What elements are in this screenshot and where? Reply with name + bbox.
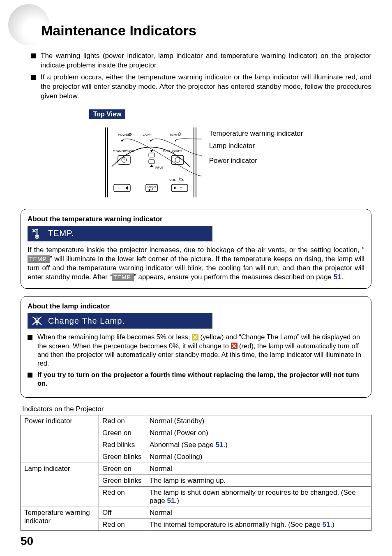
lamp-bullet-text: When the remaining lamp life becomes 5% … [37,333,364,368]
svg-marker-36 [148,189,150,191]
lamp-box-heading: About the lamp indicator [28,302,364,310]
svg-text:VOL: VOL [169,178,176,182]
svg-rect-37 [36,229,38,235]
temp-chip-icon: TEMP. [28,255,50,263]
svg-rect-20 [149,153,154,157]
table-cell-desc: Normal [146,463,371,475]
square-bullet-icon [28,373,32,378]
temp-para-text: ” appears, ensure you perform the measur… [134,273,334,281]
top-view-diagram: POWER LAMP TEMP. STANDBY/ON ECO+QUIET [89,119,204,202]
table-cell-state: Green blinks [99,475,146,486]
diagram-callouts: Temperature warning indicator Lamp indic… [209,119,303,166]
page-ref-link[interactable]: 51 [167,497,175,505]
svg-text:ENTER: ENTER [148,185,156,188]
lamp-bullet-item: When the remaining lamp life becomes 5% … [28,333,364,368]
svg-rect-18 [171,155,184,164]
top-view-label: Top View [89,109,126,119]
svg-text:ECO+QUIET: ECO+QUIET [163,149,182,153]
svg-marker-26 [180,178,184,180]
square-bullet-icon [28,335,32,340]
table-cell-state: Red on [99,486,146,507]
intro-item: The warning lights (power indicator, lam… [31,51,371,70]
temp-para-text: If the temperature inside the projector … [28,246,364,254]
lamp-x-icon [32,315,42,326]
callout-lamp: Lamp indicator [209,142,303,150]
callout-temp: Temperature warning indicator [209,130,303,138]
svg-text:INPUT: INPUT [155,166,164,169]
table-cell-desc: Normal (Standby) [146,415,371,427]
table-cell-indicator: Power indicator [21,415,99,463]
callout-power: Power indicator [209,157,303,165]
table-cell-desc: Normal (Power on) [146,427,371,439]
svg-text:STANDBY/ON: STANDBY/ON [113,149,134,153]
svg-point-19 [175,158,180,162]
svg-rect-22 [149,160,154,164]
svg-rect-43 [36,322,38,324]
temp-paragraph: If the temperature inside the projector … [28,246,364,282]
table-cell-desc: Normal [146,507,371,519]
indicators-table: Power indicatorRed onNormal (Standby)Gre… [21,415,371,531]
title-rule [21,43,371,43]
page-title: Maintenance Indicators [41,23,371,39]
table-cell-state: Red blinks [99,439,146,451]
temp-para-text: . [341,273,344,281]
square-bullet-icon [31,53,36,58]
svg-point-12 [175,140,176,141]
table-cell-desc: The lamp is warming up. [146,475,371,486]
table-cell-desc: Normal (Cooling) [146,451,371,463]
svg-marker-23 [150,164,153,167]
svg-text:LAMP: LAMP [143,133,152,137]
red-x-icon [231,343,238,349]
table-cell-indicator: Lamp indicator [21,463,99,507]
temp-osd-banner: TEMP. [28,226,212,241]
svg-point-11 [150,140,152,141]
temp-osd-text: TEMP. [48,229,74,238]
svg-point-10 [121,140,123,141]
table-cell-indicator: Temperature warning indicator [21,507,99,531]
svg-text:−: − [118,185,121,191]
table-cell-state: Green on [99,427,146,439]
svg-text:TEMP.: TEMP. [169,133,179,137]
table-cell-state: Off [99,507,146,519]
lamp-osd-text: Change The Lamp. [48,316,125,326]
page-ref-link[interactable]: 51 [216,441,224,449]
lamp-bullet-bold: If you try to turn on the projector a fo… [37,371,364,388]
lamp-bullet-item: If you try to turn on the projector a fo… [28,371,364,388]
intro-text: If a problem occurs, either the temperat… [41,73,371,101]
svg-text:POWER: POWER [118,133,130,137]
lamp-bullet-list: When the remaining lamp life becomes 5% … [28,333,364,388]
table-row: Power indicatorRed onNormal (Standby) [21,415,371,427]
square-bullet-icon [31,75,36,80]
svg-marker-32 [174,186,176,190]
table-cell-desc: The internal temperature is abnormally h… [146,519,371,531]
svg-marker-21 [150,150,153,152]
table-cell-desc: The lamp is shut down abnormally or requ… [146,486,371,507]
intro-text: The warning lights (power indicator, lam… [41,51,371,70]
table-caption: Indicators on the Projector [22,405,371,413]
yellow-x-icon [192,334,198,341]
lamp-osd-banner: Change The Lamp. [28,313,212,329]
svg-text:+: + [180,185,182,191]
table-cell-state: Red on [99,415,146,427]
page-number: 50 [21,535,33,548]
svg-marker-29 [125,186,128,190]
page-ref-link[interactable]: 51 [334,273,341,281]
table-cell-state: Red on [99,519,146,531]
thermometer-x-icon [32,228,42,239]
svg-point-39 [36,236,38,237]
table-cell-state: Green on [99,463,146,475]
top-view-section: Top View POWER LAMP TEMP. STANDBY/ON [21,109,371,202]
table-cell-desc: Abnormal (See page 51.) [146,439,371,451]
temp-chip-icon: TEMP. [112,273,134,281]
page-ref-link[interactable]: 51 [323,521,330,528]
intro-list: The warning lights (power indicator, lam… [31,51,371,101]
temp-warning-box: About the temperature warning indicator … [21,209,371,289]
svg-rect-9 [179,132,180,136]
lamp-indicator-box: About the lamp indicator Change The Lamp… [21,296,371,398]
table-row: Temperature warning indicatorOffNormal [21,507,371,519]
intro-item: If a problem occurs, either the temperat… [31,73,371,101]
text-span: When the remaining lamp life becomes 5% … [37,333,192,341]
table-row: Lamp indicatorGreen onNormal [21,463,371,475]
table-cell-state: Green blinks [99,451,146,463]
temp-box-heading: About the temperature warning indicator [28,215,364,223]
